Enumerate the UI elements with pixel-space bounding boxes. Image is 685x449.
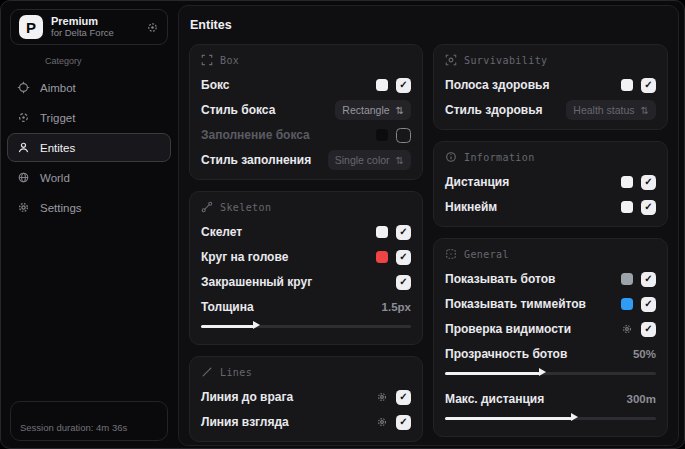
thickness-slider[interactable] bbox=[201, 322, 411, 330]
setting-label: Стиль здоровья bbox=[445, 103, 543, 117]
chevron-updown-icon: ⇅ bbox=[641, 105, 649, 116]
slider-value: 1.5px bbox=[382, 301, 411, 313]
globe-icon bbox=[16, 171, 30, 184]
setting-row: Стиль заполнения Single color ⇅ bbox=[201, 150, 411, 170]
crosshair-gear-icon[interactable] bbox=[146, 21, 159, 34]
session-duration-label: Session duration: 4m 36s bbox=[20, 422, 127, 433]
color-swatch[interactable] bbox=[621, 176, 633, 188]
setting-row: Стиль здоровья Health status ⇅ bbox=[445, 100, 656, 120]
select-value: Health status bbox=[573, 104, 634, 116]
sidebar: P Premium for Delta Force Category Aimbo… bbox=[1, 1, 177, 448]
gear-icon[interactable] bbox=[621, 323, 633, 335]
card-header-label: Survivability bbox=[464, 55, 547, 66]
checkbox-checked[interactable]: ✓ bbox=[396, 390, 411, 405]
setting-label: Линия взгляда bbox=[201, 415, 289, 429]
sidebar-item-aimbot[interactable]: Aimbot bbox=[7, 73, 171, 102]
setting-row: Полоса здоровья ✓ bbox=[445, 75, 656, 95]
box-style-select[interactable]: Rectangle ⇅ bbox=[335, 100, 411, 120]
setting-label: Показывать тиммейтов bbox=[445, 297, 586, 311]
setting-label: Толщина bbox=[201, 300, 254, 314]
setting-label: Никнейм bbox=[445, 200, 497, 214]
sidebar-item-world[interactable]: World bbox=[7, 163, 171, 192]
checkbox-checked[interactable]: ✓ bbox=[396, 250, 411, 265]
sidebar-nav: Aimbot Trigget Entites bbox=[7, 73, 171, 223]
setting-row: Толщина 1.5px bbox=[201, 297, 411, 317]
health-style-select[interactable]: Health status ⇅ bbox=[566, 100, 656, 120]
slider-value: 50% bbox=[633, 348, 656, 360]
slider-thumb[interactable] bbox=[539, 368, 546, 376]
color-swatch[interactable] bbox=[376, 129, 388, 141]
max-distance-slider[interactable] bbox=[445, 414, 656, 422]
sidebar-item-label: World bbox=[40, 172, 70, 184]
gear-icon[interactable] bbox=[376, 391, 388, 403]
checkbox-checked[interactable]: ✓ bbox=[641, 175, 656, 190]
brand-title: Premium bbox=[51, 15, 138, 28]
setting-label: Макс. дистанция bbox=[445, 392, 544, 406]
bot-opacity-slider[interactable] bbox=[445, 369, 656, 377]
checkbox-checked[interactable]: ✓ bbox=[641, 272, 656, 287]
card-box: Box Бокс ✓ Стиль бокса Rectangle ⇅ bbox=[189, 44, 423, 180]
color-swatch[interactable] bbox=[621, 79, 633, 91]
color-swatch[interactable] bbox=[621, 298, 633, 310]
chevron-updown-icon: ⇅ bbox=[396, 155, 404, 166]
line-icon bbox=[201, 366, 213, 378]
setting-row: Скелет ✓ bbox=[201, 222, 411, 242]
setting-label: Прозрачность ботов bbox=[445, 347, 567, 361]
main-panel: Entites Box Бокс bbox=[178, 5, 679, 446]
setting-label: Проверка видимости bbox=[445, 322, 571, 336]
gear-icon bbox=[16, 201, 30, 214]
card-header-label: Information bbox=[464, 152, 535, 163]
slider-value: 300m bbox=[627, 393, 656, 405]
checkbox-checked[interactable]: ✓ bbox=[641, 322, 656, 337]
color-swatch[interactable] bbox=[376, 226, 388, 238]
checkbox-checked[interactable]: ✓ bbox=[396, 225, 411, 240]
setting-label: Стиль бокса bbox=[201, 103, 275, 117]
brand-logo: P bbox=[19, 15, 43, 39]
checkbox-checked[interactable]: ✓ bbox=[641, 78, 656, 93]
setting-row: Проверка видимости ✓ bbox=[445, 319, 656, 339]
select-value: Single color bbox=[335, 154, 390, 166]
setting-row: Никнейм ✓ bbox=[445, 197, 656, 217]
app-window: P Premium for Delta Force Category Aimbo… bbox=[0, 0, 685, 449]
setting-label: Круг на голове bbox=[201, 250, 288, 264]
setting-row: Линия взгляда ✓ bbox=[201, 412, 411, 432]
sidebar-item-trigget[interactable]: Trigget bbox=[7, 103, 171, 132]
checkbox-checked[interactable]: ✓ bbox=[641, 200, 656, 215]
sidebar-item-label: Trigget bbox=[40, 112, 75, 124]
page-title: Entites bbox=[190, 18, 668, 32]
setting-row: Закрашенный круг ✓ bbox=[201, 272, 411, 292]
session-duration-card: Session duration: 4m 36s bbox=[10, 401, 168, 441]
card-skeleton: Skeleton Скелет ✓ Круг на голове ✓ bbox=[189, 191, 423, 345]
color-swatch[interactable] bbox=[621, 201, 633, 213]
sidebar-item-label: Entites bbox=[40, 142, 75, 154]
sidebar-item-label: Settings bbox=[40, 202, 82, 214]
setting-row: Стиль бокса Rectangle ⇅ bbox=[201, 100, 411, 120]
setting-row: Макс. дистанция 300m bbox=[445, 389, 656, 409]
scan-dot-icon bbox=[445, 54, 457, 66]
setting-row: Показывать тиммейтов ✓ bbox=[445, 294, 656, 314]
checkbox-checked[interactable]: ✓ bbox=[396, 415, 411, 430]
dashed-grid-icon bbox=[445, 248, 457, 260]
sidebar-item-entites[interactable]: Entites bbox=[7, 133, 171, 162]
gear-icon[interactable] bbox=[376, 416, 388, 428]
setting-label: Скелет bbox=[201, 225, 242, 239]
slider-thumb[interactable] bbox=[571, 413, 578, 421]
brand-card: P Premium for Delta Force bbox=[10, 9, 168, 45]
color-swatch[interactable] bbox=[376, 79, 388, 91]
sidebar-item-settings[interactable]: Settings bbox=[7, 193, 171, 222]
setting-label: Линия до врага bbox=[201, 390, 293, 404]
setting-label: Полоса здоровья bbox=[445, 78, 549, 92]
sidebar-item-label: Aimbot bbox=[40, 82, 76, 94]
checkbox-checked[interactable]: ✓ bbox=[641, 297, 656, 312]
checkbox-checked[interactable]: ✓ bbox=[396, 78, 411, 93]
target-icon bbox=[16, 111, 30, 124]
crosshair-icon bbox=[16, 81, 30, 94]
bone-icon bbox=[201, 201, 213, 213]
fill-style-select[interactable]: Single color ⇅ bbox=[328, 150, 411, 170]
color-swatch[interactable] bbox=[376, 251, 388, 263]
color-swatch[interactable] bbox=[621, 273, 633, 285]
checkbox-unchecked[interactable] bbox=[396, 128, 411, 143]
checkbox-checked[interactable]: ✓ bbox=[396, 275, 411, 290]
slider-thumb[interactable] bbox=[253, 321, 260, 329]
setting-label: Закрашенный круг bbox=[201, 275, 312, 289]
